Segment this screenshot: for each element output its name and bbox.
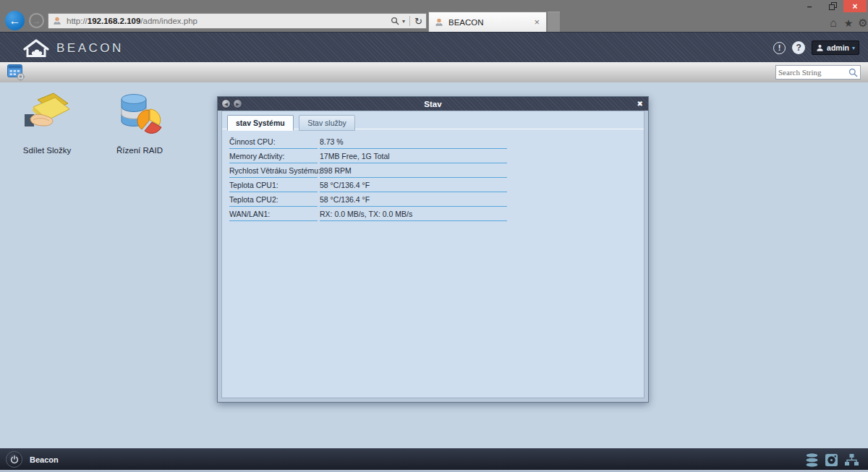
alert-icon[interactable]: ! xyxy=(773,42,786,54)
power-button[interactable] xyxy=(6,451,22,468)
disk-icon[interactable] xyxy=(825,453,838,467)
window-restore-button[interactable] xyxy=(823,0,842,12)
new-tab-button[interactable] xyxy=(548,12,560,32)
user-menu[interactable]: admin ▾ xyxy=(812,40,859,55)
address-search-icon[interactable] xyxy=(391,17,399,25)
desktop-icon-label: Sdílet Složky xyxy=(23,146,71,155)
user-icon xyxy=(816,44,824,52)
browser-tab-beacon[interactable]: BEACON × xyxy=(428,12,547,32)
taskbar-app-label[interactable]: Beacon xyxy=(30,455,59,464)
tab-title: BEACON xyxy=(448,18,532,27)
status-label: Rychlost Větráku Systému: xyxy=(229,163,318,178)
status-label: Teplota CPU1: xyxy=(229,178,318,192)
address-divider xyxy=(409,16,410,26)
desktop-toolbar xyxy=(0,62,868,82)
status-row: WAN/LAN1: RX: 0.0 MB/s, TX: 0.0 MB/s xyxy=(229,207,637,221)
restore-icon xyxy=(829,2,837,10)
status-row: Teplota CPU1: 58 °C/136.4 °F xyxy=(229,178,637,192)
refresh-icon[interactable]: ↻ xyxy=(414,16,422,27)
browser-chrome: ← → http://192.168.2.109/adm/index.php ▾… xyxy=(0,0,868,32)
search-icon[interactable] xyxy=(848,68,858,77)
url-scheme: http:// xyxy=(67,17,88,25)
tab-service-status[interactable]: Stav služby xyxy=(299,115,355,131)
desktop: Sdílet Složky Řízení RAID ◀ xyxy=(0,82,868,448)
help-icon[interactable]: ? xyxy=(792,41,805,54)
dialog-title: Stav xyxy=(218,100,648,108)
raid-icon xyxy=(116,91,163,134)
beacon-logo-icon xyxy=(22,38,51,58)
home-icon[interactable]: ⌂ xyxy=(826,16,841,30)
show-desktop-icon[interactable] xyxy=(7,64,25,81)
taskbar: Beacon xyxy=(0,448,868,470)
desktop-icon-raid-management[interactable]: Řízení RAID xyxy=(112,90,167,155)
tab-system-status[interactable]: stav Systému xyxy=(227,115,294,131)
dialog-tabstrip: stav Systému Stav služby xyxy=(222,111,644,129)
brand-name: BEACON xyxy=(56,41,124,56)
power-icon xyxy=(10,455,19,464)
status-row: Rychlost Větráku Systému: 898 RPM xyxy=(229,163,637,178)
desktop-icon-shared-folders[interactable]: Sdílet Složky xyxy=(20,90,75,155)
shared-folder-icon xyxy=(23,91,71,134)
status-value: 898 RPM xyxy=(320,163,507,178)
url-text[interactable]: http://192.168.2.109/adm/index.php xyxy=(67,17,391,25)
tab-favicon-icon xyxy=(434,17,444,27)
window-close-button[interactable]: × xyxy=(843,0,867,12)
dialog-body: stav Systému Stav služby Činnost CPU: 8.… xyxy=(221,111,644,398)
window-minimize-button[interactable]: – xyxy=(800,0,819,12)
screen: ← → http://192.168.2.109/adm/index.php ▾… xyxy=(0,0,868,472)
address-bar[interactable]: http://192.168.2.109/adm/index.php ▾ ↻ xyxy=(48,13,427,29)
status-value: RX: 0.0 MB/s, TX: 0.0 MB/s xyxy=(320,207,507,221)
search-input[interactable] xyxy=(776,68,848,77)
status-rows: Činnost CPU: 8.73 % Memory Activity: 17M… xyxy=(222,129,644,221)
status-dialog: ◀ ▶ Stav ✖ stav Systému Stav služby Činn… xyxy=(217,96,649,403)
status-label: Teplota CPU2: xyxy=(229,192,318,207)
username-label: admin xyxy=(827,43,849,52)
tab-close-icon[interactable]: × xyxy=(532,17,541,27)
desktop-icon-label: Řízení RAID xyxy=(116,146,163,155)
address-dropdown-icon[interactable]: ▾ xyxy=(402,18,405,25)
url-host: 192.168.2.109 xyxy=(88,17,141,25)
network-icon[interactable] xyxy=(844,453,859,467)
search-box[interactable] xyxy=(775,65,861,80)
status-value: 58 °C/136.4 °F xyxy=(320,178,507,192)
status-value: 8.73 % xyxy=(320,134,507,149)
browser-forward-button[interactable]: → xyxy=(29,13,44,28)
tools-gear-icon[interactable]: ⚙ xyxy=(856,16,868,30)
status-row: Činnost CPU: 8.73 % xyxy=(229,134,637,149)
url-path: /adm/index.php xyxy=(140,17,197,25)
site-favicon-icon xyxy=(52,16,62,26)
status-row: Memory Activity: 17MB Free, 1G Total xyxy=(229,149,637,163)
favorites-icon[interactable]: ★ xyxy=(841,16,856,30)
status-label: Činnost CPU: xyxy=(229,134,318,149)
browser-back-button[interactable]: ← xyxy=(5,11,25,30)
user-caret-icon: ▾ xyxy=(852,45,855,51)
status-label: WAN/LAN1: xyxy=(229,207,318,221)
storage-stack-icon[interactable] xyxy=(805,452,819,468)
dialog-close-icon[interactable]: ✖ xyxy=(637,100,643,108)
status-label: Memory Activity: xyxy=(229,149,318,163)
app-header: BEACON ! ? admin ▾ xyxy=(0,32,868,62)
status-value: 17MB Free, 1G Total xyxy=(320,149,507,163)
status-row: Teplota CPU2: 58 °C/136.4 °F xyxy=(229,192,637,207)
status-value: 58 °C/136.4 °F xyxy=(320,192,507,207)
dialog-titlebar[interactable]: ◀ ▶ Stav ✖ xyxy=(218,97,648,111)
